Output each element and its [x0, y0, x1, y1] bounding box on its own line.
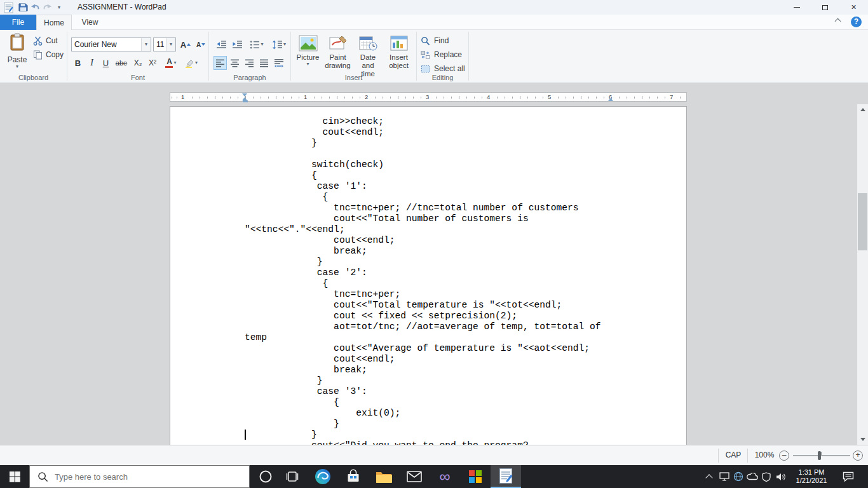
customize-qat-dropdown[interactable]: ▾ [55, 2, 64, 13]
redo-icon[interactable] [41, 2, 53, 13]
paste-button[interactable]: Paste ▾ [4, 32, 31, 76]
minimize-button[interactable] [782, 0, 811, 15]
ruler[interactable]: 1 1 2 3 4 5 6 7 [170, 92, 687, 102]
taskbar-app-edge[interactable] [308, 465, 338, 488]
tray-expand-button[interactable] [703, 465, 715, 488]
editing-group-label: Editing [417, 74, 468, 81]
cortana-button[interactable] [253, 465, 278, 488]
date-and-time-button[interactable]: Date and time [353, 32, 383, 76]
help-button[interactable]: ? [851, 17, 862, 27]
scroll-down-button[interactable] [857, 434, 868, 445]
shrink-font-button[interactable]: A [194, 37, 208, 51]
tab-file[interactable]: File [0, 15, 36, 30]
align-right-button[interactable] [243, 56, 256, 70]
tray-security-button[interactable] [760, 465, 773, 488]
chevron-up-icon [835, 18, 841, 25]
decrease-indent-icon [216, 40, 227, 50]
clock-time: 1:31 PM [799, 468, 825, 476]
collapse-ribbon-button[interactable] [836, 19, 841, 25]
statusbar-divider [718, 449, 719, 463]
paragraph-settings-icon [274, 58, 284, 68]
superscript-button[interactable]: X² [146, 56, 159, 70]
scroll-up-button[interactable] [857, 104, 868, 115]
zoom-level: 100% [751, 445, 778, 465]
tray-display-button[interactable] [718, 465, 731, 488]
bold-button[interactable]: B [71, 56, 85, 70]
taskbar-app-mail[interactable] [399, 465, 430, 488]
taskbar-app-microsoft-store[interactable] [338, 465, 369, 488]
tray-onedrive-button[interactable] [746, 465, 759, 488]
insert-object-button[interactable]: Insert object [384, 32, 414, 76]
group-divider [468, 32, 469, 81]
search-icon [421, 36, 430, 46]
save-icon[interactable] [17, 2, 29, 13]
vertical-scrollbar[interactable] [857, 104, 868, 445]
font-size-combo[interactable]: 11 ▾ [153, 37, 176, 51]
subscript-button[interactable]: X₂ [131, 56, 145, 70]
zoom-out-button[interactable]: – [779, 451, 789, 461]
copy-button[interactable]: Copy [33, 48, 64, 61]
right-indent-marker[interactable] [608, 98, 613, 101]
taskbar-app-file-explorer[interactable] [369, 465, 399, 488]
font-family-combo[interactable]: Courier New ▾ [71, 37, 151, 51]
increase-indent-button[interactable] [229, 37, 245, 51]
first-line-indent-marker[interactable] [242, 93, 247, 97]
cut-button[interactable]: Cut [33, 34, 58, 47]
strikethrough-button[interactable]: abe [113, 56, 130, 70]
justify-button[interactable] [257, 56, 271, 70]
date-and-time-label: Date and [353, 53, 383, 70]
ruler-number: 4 [485, 93, 491, 101]
action-center-button[interactable] [836, 465, 860, 488]
insert-object-label: Insert [384, 53, 414, 62]
left-indent-marker[interactable] [243, 100, 248, 102]
start-button[interactable] [0, 465, 29, 488]
page[interactable]: cin>>check; cout<<endl; } switch(check) … [170, 106, 687, 445]
close-button[interactable]: × [839, 0, 868, 15]
list-button[interactable]: ▾ [246, 37, 268, 51]
line-spacing-button[interactable]: ▾ [269, 37, 289, 51]
document-text[interactable]: cin>>check; cout<<endl; } switch(check) … [245, 116, 601, 445]
tab-view[interactable]: View [72, 15, 108, 30]
zoom-slider-thumb[interactable] [818, 451, 821, 460]
taskbar-clock[interactable]: 1:31 PM 1/21/2021 [790, 465, 832, 488]
zoom-in-button[interactable]: + [853, 451, 863, 461]
taskbar-app-wordpad[interactable] [491, 465, 521, 488]
replace-icon [421, 50, 430, 60]
close-icon: × [851, 0, 856, 15]
paint-drawing-button[interactable]: Paint drawing [323, 32, 352, 76]
maximize-button[interactable] [811, 0, 839, 15]
chevron-down-icon[interactable]: ▾ [166, 38, 175, 51]
find-button[interactable]: Find [421, 34, 449, 47]
tray-network-button[interactable] [732, 465, 745, 488]
tray-volume-button[interactable] [774, 465, 788, 488]
grow-font-button[interactable]: A [179, 37, 193, 51]
align-center-icon [230, 58, 240, 68]
insert-picture-button[interactable]: Picture ▾ [294, 32, 322, 76]
object-icon [390, 35, 409, 51]
wordpad-app-icon[interactable] [3, 2, 14, 16]
scroll-thumb[interactable] [858, 193, 867, 250]
decrease-indent-button[interactable] [214, 37, 229, 51]
chevron-up-icon [705, 474, 712, 481]
search-input[interactable] [55, 472, 226, 482]
zoom-slider-center-tick [821, 452, 822, 455]
cloud-icon [747, 473, 758, 480]
undo-icon[interactable] [30, 2, 41, 13]
select-all-button[interactable]: Select all [421, 62, 465, 75]
highlight-button[interactable]: ▾ [182, 56, 201, 70]
replace-button[interactable]: Replace [421, 48, 462, 61]
taskbar-search[interactable] [29, 465, 250, 488]
font-color-button[interactable]: A ▾ [161, 56, 180, 70]
tab-home[interactable]: Home [36, 15, 72, 30]
align-left-button[interactable] [214, 56, 227, 70]
taskbar-app-visual-studio[interactable]: ∞ [430, 465, 460, 488]
paragraph-dialog-button[interactable] [272, 56, 285, 70]
taskbar-app-office[interactable] [460, 465, 491, 488]
zoom-slider-track[interactable] [793, 455, 850, 456]
task-view-button[interactable] [280, 465, 305, 488]
align-center-button[interactable] [228, 56, 241, 70]
chevron-down-icon[interactable]: ▾ [141, 38, 151, 51]
underline-button[interactable]: U [99, 56, 112, 70]
italic-icon: I [90, 58, 93, 68]
italic-button[interactable]: I [85, 56, 98, 70]
